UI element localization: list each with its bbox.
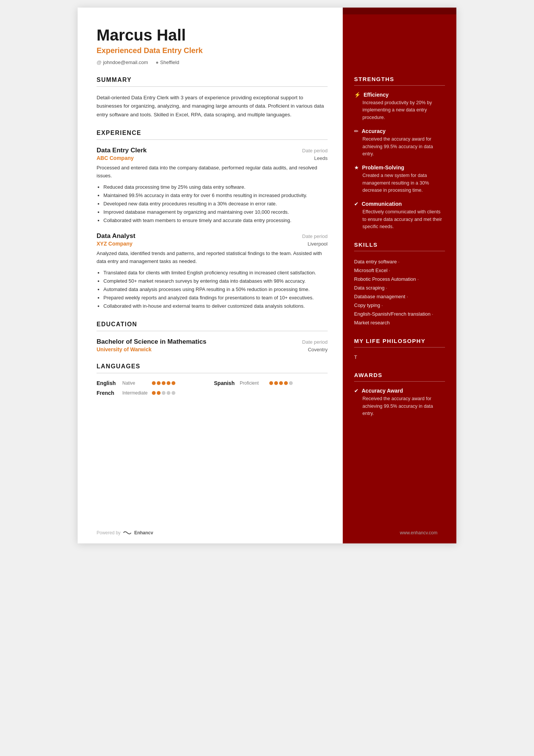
skill-item: Data scraping ·	[354, 283, 445, 292]
bullet-item: Maintained 99.5% accuracy in data entry …	[103, 191, 328, 200]
edu-location: Coventry	[308, 347, 328, 352]
footer-logo: Powered by Enhancv	[97, 530, 153, 536]
languages-grid: English Native Spanish Proficient	[97, 380, 328, 396]
job-2-header: Data Analyst Date period	[97, 232, 328, 240]
strength-communication: ✔ Communication Effectively communicated…	[354, 201, 445, 230]
edu-university: University of Warwick	[97, 346, 151, 352]
lang-english-level: Native	[122, 380, 149, 386]
bullet-item: Reduced data processing time by 25% usin…	[103, 183, 328, 191]
philosophy-text: T	[354, 354, 445, 362]
dot	[269, 381, 273, 385]
job-1-company-header: ABC Company Leeds	[97, 155, 328, 161]
dot	[152, 381, 156, 385]
email-contact: @ johndoe@email.com	[97, 59, 148, 65]
job-1: Data Entry Clerk Date period ABC Company…	[97, 147, 328, 225]
communication-name: Communication	[362, 201, 402, 207]
dot	[162, 381, 166, 385]
location-icon: ●	[156, 59, 159, 65]
summary-title: SUMMARY	[97, 77, 328, 83]
job-2-title: Data Analyst	[97, 232, 135, 240]
lang-spanish: Spanish Proficient	[214, 380, 328, 386]
problem-solving-icon: ★	[354, 164, 359, 171]
accuracy-icon: ✏	[354, 128, 359, 134]
education-title: EDUCATION	[97, 321, 328, 328]
location-contact: ● Sheffield	[156, 59, 179, 65]
header-contact: @ johndoe@email.com ● Sheffield	[97, 59, 328, 65]
bullet-item: Prepared weekly reports and analyzed dat…	[103, 294, 328, 302]
bullet-item: Completed 50+ market research surveys by…	[103, 277, 328, 285]
job-1-bullets: Reduced data processing time by 25% usin…	[97, 183, 328, 225]
philosophy-title: MY LIFE PHILOSOPHY	[354, 338, 445, 344]
email-value: johndoe@email.com	[103, 59, 148, 65]
lang-english: English Native	[97, 380, 210, 386]
lang-spanish-level: Proficient	[240, 380, 266, 386]
skill-item: Copy typing ·	[354, 301, 445, 310]
skills-title: SKILLS	[354, 241, 445, 248]
strength-efficiency: ⚡ Efficiency Increased productivity by 2…	[354, 92, 445, 121]
problem-solving-name: Problem-Solving	[362, 164, 404, 171]
lang-english-name: English	[97, 380, 119, 386]
edu-date: Date period	[302, 339, 328, 345]
job-2-bullets: Translated data for clients with limited…	[97, 269, 328, 310]
philosophy-section: MY LIFE PHILOSOPHY T	[354, 338, 445, 362]
job-2-company: XYZ Company	[97, 241, 133, 247]
dot	[172, 391, 175, 395]
dot	[152, 391, 156, 395]
dot	[162, 391, 166, 395]
dot	[172, 381, 175, 385]
powered-by-label: Powered by	[97, 530, 120, 535]
bullet-item: Improved database management by organizi…	[103, 208, 328, 216]
communication-desc: Effectively communicated with clients to…	[354, 208, 445, 230]
lang-spanish-name: Spanish	[214, 380, 237, 386]
strength-problem-solving: ★ Problem-Solving Created a new system f…	[354, 164, 445, 194]
accuracy-desc: Received the accuracy award for achievin…	[354, 136, 445, 158]
languages-divider	[97, 373, 328, 373]
strength-efficiency-header: ⚡ Efficiency	[354, 92, 445, 98]
header-section: Marcus Hall Experienced Data Entry Clerk…	[97, 27, 328, 65]
job-1-desc: Processed and entered data into the comp…	[97, 164, 328, 180]
dot	[167, 391, 170, 395]
dot	[157, 391, 161, 395]
footer-website: www.enhancv.com	[400, 530, 437, 535]
edu-degree: Bachelor of Science in Mathematics	[97, 338, 206, 346]
skill-item: Market research	[354, 318, 445, 327]
strengths-title: STRENGTHS	[354, 76, 445, 82]
experience-title: EXPERIENCE	[97, 130, 328, 136]
education-section: EDUCATION Bachelor of Science in Mathema…	[97, 321, 328, 352]
dot	[274, 381, 278, 385]
bullet-item: Automated data analysis processes using …	[103, 285, 328, 294]
award-accuracy: ✔ Accuracy Award Received the accuracy a…	[354, 388, 445, 417]
strength-accuracy-header: ✏ Accuracy	[354, 128, 445, 134]
skill-item: Database management ·	[354, 292, 445, 301]
edu-university-header: University of Warwick Coventry	[97, 346, 328, 352]
enhancv-logo-icon	[123, 530, 132, 536]
education-divider	[97, 331, 328, 331]
lang-french: French Intermediate	[97, 390, 210, 396]
skill-item: English-Spanish/French translation ·	[354, 310, 445, 318]
award-accuracy-name: Accuracy Award	[362, 388, 403, 394]
efficiency-name: Efficiency	[364, 92, 389, 98]
resume-container: Marcus Hall Experienced Data Entry Clerk…	[78, 8, 456, 543]
bullet-item: Collaborated with in-house and external …	[103, 302, 328, 310]
award-accuracy-header: ✔ Accuracy Award	[354, 388, 445, 394]
problem-solving-desc: Created a new system for data management…	[354, 172, 445, 194]
experience-section: EXPERIENCE Data Entry Clerk Date period …	[97, 130, 328, 310]
strength-problem-header: ★ Problem-Solving	[354, 164, 445, 171]
location-value: Sheffield	[160, 59, 179, 65]
top-red-bar	[343, 8, 456, 14]
experience-divider	[97, 139, 328, 140]
dot	[157, 381, 161, 385]
lang-french-level: Intermediate	[122, 390, 149, 396]
languages-section: LANGUAGES English Native	[97, 363, 328, 396]
skills-divider	[354, 251, 445, 251]
skill-item: Data entry software ·	[354, 257, 445, 266]
lang-spanish-dots	[269, 381, 293, 385]
strength-accuracy: ✏ Accuracy Received the accuracy award f…	[354, 128, 445, 158]
bullet-item: Collaborated with team members to ensure…	[103, 216, 328, 225]
awards-title: AWARDS	[354, 372, 445, 378]
lang-english-dots	[152, 381, 175, 385]
left-column: Marcus Hall Experienced Data Entry Clerk…	[78, 8, 343, 543]
bullet-item: Developed new data entry procedures resu…	[103, 200, 328, 208]
candidate-name: Marcus Hall	[97, 27, 328, 44]
strengths-section: STRENGTHS ⚡ Efficiency Increased product…	[354, 76, 445, 231]
